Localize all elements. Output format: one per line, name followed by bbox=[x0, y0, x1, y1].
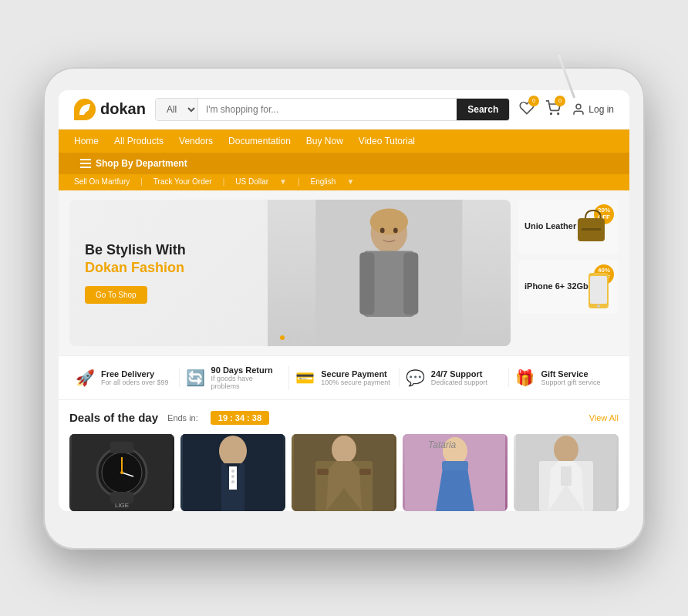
view-all-link[interactable]: View All bbox=[589, 413, 619, 422]
feature-gift-text: Gift Service Support gift service bbox=[541, 369, 600, 386]
payment-icon: 💳 bbox=[295, 369, 315, 387]
tablet-frame: dokan All Search 0 bbox=[43, 67, 645, 550]
nav-separator-3: | bbox=[298, 177, 300, 186]
nav-link-vendors[interactable]: Vendors bbox=[179, 136, 213, 146]
feature-delivery-sub: For all oders over $99 bbox=[101, 379, 169, 386]
nav-sub-language[interactable]: English bbox=[311, 177, 336, 186]
cart-icon-area[interactable]: 0 bbox=[545, 100, 561, 119]
svg-text:LIGE: LIGE bbox=[115, 502, 129, 509]
svg-point-15 bbox=[597, 305, 600, 308]
feature-return: 🔄 90 Days Return If goods have problems bbox=[180, 365, 290, 390]
svg-rect-37 bbox=[317, 469, 329, 475]
svg-point-44 bbox=[554, 436, 578, 463]
svg-rect-14 bbox=[590, 276, 607, 304]
side-banner-bags[interactable]: Unio Leather Bags 20% OFF bbox=[518, 200, 619, 254]
deals-title: Deals of the day bbox=[69, 411, 158, 424]
product-card-watch[interactable]: LIGE bbox=[69, 434, 174, 511]
feature-return-sub: If goods have problems bbox=[211, 375, 283, 390]
hero-title-line1: Be Stylish With bbox=[85, 241, 186, 259]
feature-return-text: 90 Days Return If goods have problems bbox=[211, 365, 283, 390]
side-banners: Unio Leather Bags 20% OFF iPho bbox=[518, 200, 619, 346]
svg-point-30 bbox=[231, 470, 234, 473]
nav-link-buy[interactable]: Buy Now bbox=[306, 136, 343, 146]
hero-text: Be Stylish With Dokan Fashion Go To Shop bbox=[69, 226, 201, 320]
svg-text:Tataria: Tataria bbox=[428, 439, 457, 450]
search-button[interactable]: Search bbox=[457, 99, 509, 120]
tablet-screen: dokan All Search 0 bbox=[59, 90, 629, 511]
logo-icon bbox=[74, 99, 96, 120]
feature-delivery-text: Free Delivery For all oders over $99 bbox=[101, 369, 169, 386]
search-bar: All Search bbox=[155, 98, 510, 121]
countdown-timer: 19 : 34 : 38 bbox=[211, 411, 269, 425]
hero-title-line2: Dokan Fashion bbox=[85, 259, 186, 277]
nav-link-products[interactable]: All Products bbox=[114, 136, 164, 146]
feature-delivery-title: Free Delivery bbox=[101, 369, 169, 379]
product-card-suit[interactable] bbox=[180, 434, 285, 511]
hero-cta-button[interactable]: Go To Shop bbox=[85, 286, 147, 304]
slider-dot-2[interactable] bbox=[288, 335, 292, 340]
nav-sub-currency[interactable]: US Dollar bbox=[235, 177, 268, 186]
deals-header: Deals of the day Ends in: 19 : 34 : 38 V… bbox=[69, 411, 619, 425]
svg-point-2 bbox=[576, 104, 581, 109]
nav-link-home[interactable]: Home bbox=[74, 136, 99, 146]
logo-area: dokan bbox=[74, 99, 146, 120]
shop-by-dept-label: Shop By Department bbox=[96, 158, 187, 169]
support-icon: 💬 bbox=[406, 369, 425, 387]
cart-badge: 0 bbox=[555, 96, 565, 106]
feature-secure-payment: 💳 Secure Payment 100% secure payment bbox=[289, 369, 400, 387]
delivery-icon: 🚀 bbox=[76, 369, 95, 387]
side-banner-iphone[interactable]: iPhone 6+ 32Gb 40% OFF bbox=[518, 260, 619, 314]
product-card-dress[interactable]: Tataria bbox=[403, 434, 508, 511]
wishlist-icon-area[interactable]: 0 bbox=[519, 100, 535, 119]
nav-link-video[interactable]: Video Tutorial bbox=[359, 136, 415, 146]
nav-sub-sell[interactable]: Sell On Martfury bbox=[74, 177, 130, 186]
hamburger-icon bbox=[80, 159, 91, 168]
deals-section: Deals of the day Ends in: 19 : 34 : 38 V… bbox=[59, 400, 629, 511]
side-banner-iphone-text: iPhone 6+ 32Gb bbox=[524, 281, 589, 291]
nav-sub-track[interactable]: Track Your Order bbox=[153, 177, 212, 186]
product-card-jacket-white[interactable] bbox=[514, 434, 619, 511]
feature-payment-sub: 100% secure payment bbox=[321, 379, 390, 386]
main-content: Be Stylish With Dokan Fashion Go To Shop bbox=[59, 190, 629, 355]
wishlist-badge: 0 bbox=[528, 96, 539, 106]
search-input[interactable] bbox=[198, 99, 457, 120]
slider-dot-1[interactable] bbox=[280, 335, 285, 340]
feature-support-sub: Dedicated support bbox=[431, 379, 487, 386]
login-label: Log in bbox=[589, 104, 614, 115]
svg-rect-7 bbox=[404, 252, 419, 315]
nav-link-docs[interactable]: Documentation bbox=[228, 136, 291, 146]
header: dokan All Search 0 bbox=[59, 90, 629, 130]
feature-return-title: 90 Days Return bbox=[211, 365, 283, 375]
login-area[interactable]: Log in bbox=[572, 103, 614, 116]
svg-point-31 bbox=[231, 475, 234, 478]
products-row: LIGE bbox=[69, 434, 619, 511]
slider-dot-3[interactable] bbox=[295, 335, 300, 340]
svg-rect-12 bbox=[582, 228, 601, 231]
svg-rect-6 bbox=[360, 252, 375, 315]
features-bar: 🚀 Free Delivery For all oders over $99 🔄… bbox=[59, 355, 629, 400]
svg-rect-47 bbox=[561, 466, 572, 486]
svg-point-26 bbox=[219, 436, 247, 466]
svg-rect-38 bbox=[359, 469, 371, 475]
hero-model-image bbox=[268, 200, 511, 346]
nav-top: Home All Products Vendors Documentation … bbox=[59, 130, 629, 153]
header-icons: 0 0 Log in bbox=[519, 100, 614, 119]
slider-dots bbox=[280, 335, 300, 340]
feature-gift-title: Gift Service bbox=[541, 369, 600, 379]
shop-by-dept[interactable]: Shop By Department bbox=[69, 153, 198, 174]
hero-banner: Be Stylish With Dokan Fashion Go To Shop bbox=[69, 200, 511, 346]
logo-text: dokan bbox=[100, 100, 146, 118]
nav-bar: Home All Products Vendors Documentation … bbox=[59, 130, 629, 190]
svg-point-9 bbox=[380, 227, 385, 233]
svg-rect-42 bbox=[442, 461, 468, 470]
nav-separator-1: | bbox=[140, 177, 143, 186]
feature-free-delivery: 🚀 Free Delivery For all oders over $99 bbox=[69, 369, 180, 387]
feature-payment-text: Secure Payment 100% secure payment bbox=[321, 369, 390, 386]
search-category-select[interactable]: All bbox=[156, 99, 198, 120]
feature-gift: 🎁 Gift Service Support gift service bbox=[509, 369, 619, 387]
feature-support-title: 24/7 Support bbox=[431, 369, 487, 379]
svg-point-34 bbox=[332, 436, 356, 463]
product-card-jacket[interactable] bbox=[292, 434, 396, 511]
svg-point-1 bbox=[558, 113, 559, 114]
svg-point-8 bbox=[370, 208, 408, 234]
